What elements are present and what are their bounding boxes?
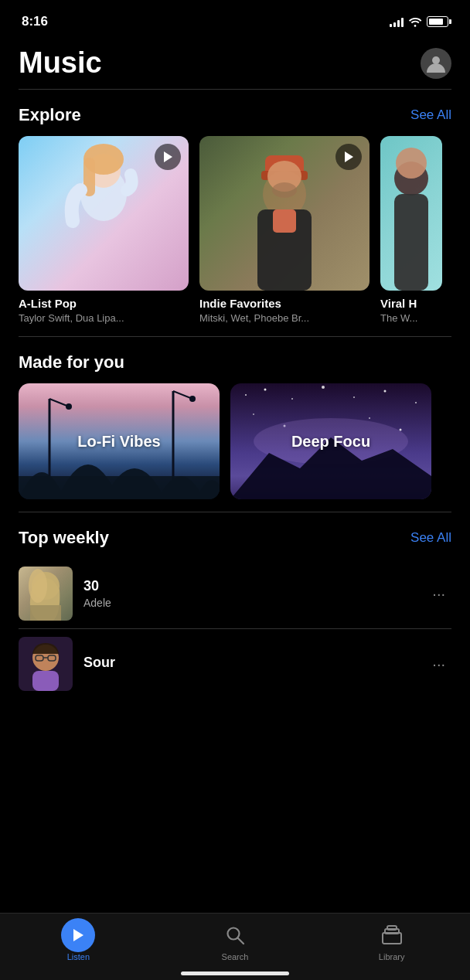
svg-point-20 (189, 396, 196, 402)
explore-card-img-1 (19, 136, 189, 291)
svg-rect-21 (19, 476, 220, 499)
track-info-2: Sour (83, 655, 415, 673)
mfy-title: Made for you (19, 352, 124, 373)
status-time: 8:16 (22, 14, 48, 29)
nav-icon-library (374, 921, 410, 949)
track-title-1: 30 (83, 578, 415, 594)
battery-icon (427, 16, 448, 27)
track-thumb-2 (19, 637, 73, 691)
svg-point-11 (272, 182, 297, 198)
header: Music (0, 39, 470, 89)
svg-point-31 (369, 417, 370, 419)
explore-card-1[interactable]: A-List Pop Taylor Swift, Dua Lipa... (19, 136, 189, 324)
nav-item-listen[interactable]: Listen (47, 921, 109, 961)
page-title: Music (19, 46, 102, 80)
explore-card-sub-3: The W... (380, 312, 470, 324)
explore-card-2[interactable]: Indie Favorites Mitski, Wet, Phoebe Br..… (199, 136, 370, 324)
svg-point-23 (264, 389, 267, 391)
explore-card-title-1: A-List Pop (19, 297, 189, 310)
nav-item-search[interactable]: Search (204, 921, 266, 961)
explore-header: Explore See All (0, 105, 470, 125)
explore-card-title-2: Indie Favorites (199, 297, 370, 310)
play-icon-1 (162, 151, 173, 163)
svg-line-16 (49, 399, 69, 407)
svg-point-28 (415, 402, 417, 403)
svg-point-24 (291, 398, 293, 400)
track-title-2: Sour (83, 655, 415, 671)
track-artist-1: Adele (83, 597, 415, 609)
track-more-1[interactable]: ··· (426, 579, 451, 609)
svg-point-32 (400, 429, 402, 431)
svg-point-22 (245, 394, 247, 396)
explore-card-img-2 (199, 136, 370, 291)
bottom-nav: Listen Search Library (0, 913, 470, 980)
track-item-2[interactable]: Sour ··· (19, 629, 451, 691)
svg-rect-35 (30, 605, 61, 621)
top-weekly-title: Top weekly (19, 528, 109, 548)
track-more-2[interactable]: ··· (426, 649, 451, 679)
mfy-card-title-lofi: Lo-Fi Vibes (77, 433, 160, 451)
mfy-header: Made for you (0, 352, 470, 373)
nav-label-library: Library (379, 952, 405, 961)
svg-point-36 (29, 569, 47, 603)
svg-point-27 (384, 390, 387, 393)
svg-point-26 (353, 396, 355, 398)
signal-icon (390, 16, 404, 27)
svg-point-13 (396, 148, 427, 179)
top-weekly-see-all[interactable]: See All (410, 530, 451, 546)
track-info-1: 30 Adele (83, 578, 415, 609)
viral-image (380, 136, 442, 291)
sour-thumb (19, 637, 73, 691)
play-icon-2 (343, 151, 354, 163)
explore-scroll: A-List Pop Taylor Swift, Dua Lipa... (0, 136, 470, 324)
search-icon (225, 925, 245, 945)
mfy-card-lofi[interactable]: Lo-Fi Vibes (19, 383, 220, 499)
status-bar: 8:16 (0, 0, 470, 39)
track-item-1[interactable]: 30 Adele ··· (19, 559, 451, 628)
play-button-2[interactable] (335, 144, 362, 170)
mfy-card-deepfocus[interactable]: Deep Focu (230, 383, 431, 499)
play-nav-icon (71, 927, 85, 943)
sour-silhouette (19, 637, 73, 691)
explore-card-img-3 (380, 136, 442, 291)
explore-card-3[interactable]: Viral H The W... (380, 136, 470, 324)
svg-point-25 (322, 386, 325, 389)
svg-point-0 (432, 56, 440, 64)
library-icon (381, 925, 403, 945)
mfy-card-title-deepfocus: Deep Focu (291, 433, 370, 451)
track-thumb-1 (19, 567, 73, 621)
top-weekly-section: Top weekly See All 30 Adele (0, 512, 470, 703)
status-icons (390, 16, 448, 27)
profile-avatar[interactable] (421, 48, 451, 79)
svg-line-44 (237, 938, 244, 944)
svg-line-19 (173, 391, 192, 399)
made-for-you-section: Made for you Lo-Fi Vibes (0, 337, 470, 512)
home-indicator (181, 971, 289, 975)
top-weekly-header: Top weekly See All (0, 528, 470, 548)
explore-title: Explore (19, 105, 81, 125)
adele-thumb (19, 567, 73, 621)
top-weekly-list: 30 Adele ··· (0, 559, 470, 691)
person-silhouette-3 (380, 136, 442, 291)
nav-label-search: Search (222, 952, 249, 961)
explore-card-sub-1: Taylor Swift, Dua Lipa... (19, 312, 189, 324)
explore-card-title-3: Viral H (380, 297, 470, 310)
svg-rect-39 (32, 671, 59, 691)
mfy-scroll: Lo-Fi Vibes (0, 383, 470, 499)
play-button-1[interactable] (155, 144, 181, 170)
svg-point-29 (253, 413, 254, 415)
svg-rect-47 (387, 926, 397, 930)
person-icon (425, 53, 447, 74)
nav-label-listen: Listen (67, 952, 90, 961)
svg-point-17 (66, 403, 72, 410)
wifi-icon (408, 16, 422, 27)
svg-rect-10 (273, 209, 296, 233)
svg-rect-14 (394, 194, 428, 291)
nav-icon-search (217, 921, 253, 949)
explore-see-all[interactable]: See All (410, 107, 451, 123)
nav-icon-listen (60, 921, 96, 949)
nav-item-library[interactable]: Library (361, 921, 423, 961)
explore-card-sub-2: Mitski, Wet, Phoebe Br... (199, 312, 370, 324)
explore-section: Explore See All (0, 90, 470, 336)
svg-rect-45 (383, 933, 401, 944)
